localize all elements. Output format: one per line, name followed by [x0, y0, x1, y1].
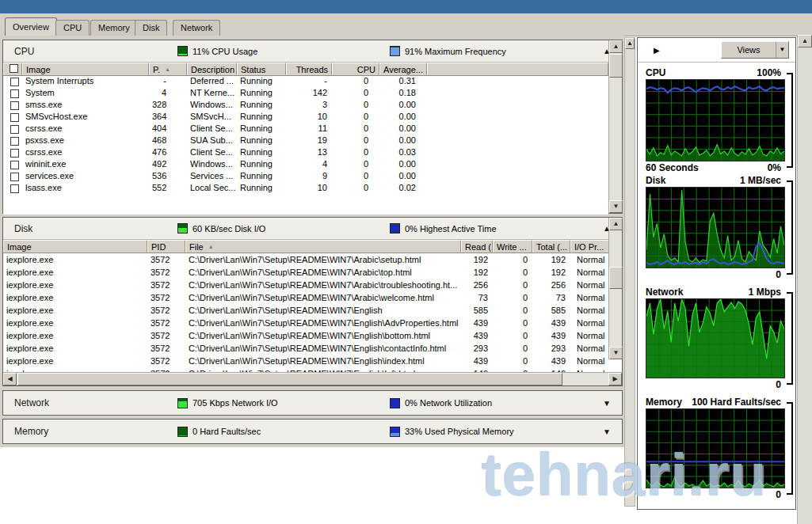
cpu-table-row[interactable]: services.exe 536 Services ... Running 9 … [3, 171, 608, 183]
chart-pane-toolbar: ▶ Views ▼ [638, 38, 795, 63]
network-section: Network 705 Kbps Network I/O 0% Network … [2, 390, 623, 416]
network-chart-max-label: 1 Mbps [749, 287, 781, 298]
row-checkbox[interactable] [10, 113, 19, 122]
title-bar [0, 0, 812, 13]
disk-section: Disk 60 KB/sec Disk I/O 0% Highest Activ… [2, 217, 623, 386]
network-util-icon [390, 398, 400, 408]
disk-table-row[interactable]: iexplore.exe 3572 C:\Driver\Lan\Win7\Set… [3, 329, 608, 342]
memory-chart-max-label: 100 Hard Faults/sec [692, 397, 781, 408]
scroll-up-icon[interactable]: ▲ [625, 38, 635, 49]
watermark: tehnari.ru [482, 440, 768, 509]
disk-col-total[interactable]: Total (... [532, 240, 570, 253]
row-checkbox[interactable] [10, 78, 19, 86]
row-checkbox[interactable] [10, 89, 19, 98]
cpu-section-header: CPU 11% CPU Usage 91% Maximum Frequency … [3, 40, 622, 63]
memory-chart-title: Memory [646, 397, 682, 408]
scroll-up-icon[interactable]: ▲ [609, 40, 623, 53]
views-button[interactable]: Views ▼ [721, 41, 789, 59]
cpu-col-image[interactable]: Image [22, 63, 149, 75]
tab-network[interactable]: Network [173, 20, 220, 36]
row-checkbox[interactable] [10, 161, 19, 169]
row-checkbox[interactable] [10, 184, 19, 193]
cpu-table-row[interactable]: smss.exe 328 Windows... Running 3 0 0.00 [3, 100, 608, 112]
network-chart-block: Network 1 Mbps 0 [638, 286, 795, 391]
disk-table-row[interactable]: iexplore.exe 3572 C:\Driver\Lan\Win7\Set… [3, 342, 608, 355]
network-chart-title: Network [646, 287, 683, 298]
disk-table-row[interactable]: iexplore.exe 3572 C:\Driver\Lan\Win7\Set… [3, 304, 608, 317]
scroll-down-icon[interactable]: ▼ [609, 347, 623, 359]
disk-table-row[interactable]: iexplore.exe 3572 C:\Driver\Lan\Win7\Set… [3, 291, 608, 304]
disk-horizontal-scrollbar[interactable]: ◀ ▶ [3, 372, 622, 385]
disk-io-stat: 60 KB/sec Disk I/O [177, 223, 265, 234]
memory-used-stat: 33% Used Physical Memory [390, 427, 514, 437]
disk-chart-max-label: 1 MB/sec [740, 175, 781, 186]
disk-col-read[interactable]: Read (... [461, 240, 493, 253]
cpu-usage-icon [177, 46, 188, 56]
disk-col-file[interactable]: File▲ [185, 240, 461, 253]
cpu-header-checkbox[interactable] [3, 63, 22, 75]
row-checkbox[interactable] [10, 125, 19, 134]
scroll-right-icon[interactable]: ▶ [608, 373, 622, 385]
disk-hscroll-thumb[interactable] [17, 373, 562, 385]
disk-table-scrollbar[interactable]: ▲ ▼ [608, 218, 622, 359]
cpu-table-row[interactable]: csrss.exe 404 Client Se... Running 11 0 … [3, 123, 608, 135]
network-expand-icon[interactable]: ▼ [603, 399, 611, 408]
cpu-scroll-thumb[interactable] [609, 54, 623, 78]
disk-graph [646, 187, 785, 268]
cpu-col-threads[interactable]: Threads [286, 63, 332, 75]
disk-col-write[interactable]: Write ... [493, 240, 532, 253]
chevron-down-icon[interactable]: ▼ [776, 42, 788, 58]
tab-overview[interactable]: Overview [5, 17, 57, 36]
cpu-table-row[interactable]: System 4 NT Kerne... Running 142 0 0.18 [3, 88, 608, 100]
scroll-up-icon[interactable]: ▲ [798, 35, 812, 47]
disk-col-image[interactable]: Image [3, 240, 147, 253]
scroll-down-icon[interactable]: ▼ [609, 200, 623, 213]
memory-faults-label: 0 Hard Faults/sec [193, 427, 261, 436]
cpu-chart-xlabel: 60 Seconds [646, 162, 699, 173]
memory-expand-icon[interactable]: ▼ [603, 427, 611, 436]
tab-memory[interactable]: Memory [90, 20, 138, 36]
cpu-table-row[interactable]: System Interrupts - Deferred ... Running… [3, 76, 608, 88]
network-graph [646, 298, 785, 378]
cpu-table-row[interactable]: csrss.exe 476 Client Se... Running 13 0 … [3, 147, 608, 159]
cpu-col-description[interactable]: Description [187, 63, 237, 75]
row-checkbox[interactable] [10, 101, 19, 110]
disk-col-pid[interactable]: PID [147, 240, 185, 253]
scroll-left-icon[interactable]: ◀ [3, 373, 17, 385]
cpu-table-row[interactable]: wininit.exe 492 Windows... Running 4 0 0… [3, 159, 608, 171]
tab-disk[interactable]: Disk [135, 20, 167, 36]
tab-cpu[interactable]: CPU [55, 20, 90, 36]
network-util-label: 0% Network Utilization [405, 398, 492, 408]
disk-col-io[interactable]: I/O Pr... [570, 240, 610, 253]
disk-active-icon [390, 223, 400, 234]
cpu-table-row[interactable]: psxss.exe 468 SUA Sub... Running 19 0 0.… [3, 135, 608, 147]
network-chart-min-label: 0 [776, 379, 781, 390]
network-io-stat: 705 Kbps Network I/O [177, 398, 278, 408]
cpu-col-status[interactable]: Status [237, 63, 286, 75]
disk-io-icon [177, 223, 188, 234]
cpu-col-average[interactable]: Average... [379, 63, 427, 75]
cpu-table-row[interactable]: lsass.exe 552 Local Sec... Running 10 0 … [3, 183, 608, 195]
disk-table-row[interactable]: iexplore.exe 3572 C:\Driver\Lan\Win7\Set… [3, 266, 608, 279]
scroll-up-icon[interactable]: ▲ [609, 218, 623, 230]
row-checkbox[interactable] [10, 149, 19, 158]
network-section-header: Network 705 Kbps Network I/O 0% Network … [3, 391, 622, 415]
middle-scrollbar[interactable]: ▲ [624, 37, 635, 507]
cpu-col-cpu[interactable]: CPU [332, 63, 379, 75]
window-scrollbar[interactable]: ▲ [797, 35, 812, 524]
memory-section-title: Memory [14, 426, 48, 437]
cpu-chart-min-label: 0% [768, 162, 781, 173]
row-checkbox[interactable] [10, 173, 19, 181]
disk-table-row[interactable]: iexplore.exe 3572 C:\Driver\Lan\Win7\Set… [3, 253, 608, 266]
row-checkbox[interactable] [10, 137, 19, 146]
disk-table-row[interactable]: iexplore.exe 3572 C:\Driver\Lan\Win7\Set… [3, 279, 608, 291]
cpu-table-row[interactable]: SMSvcHost.exe 364 SMSvcH... Running 10 0… [3, 112, 608, 123]
sort-asc-icon: ▲ [165, 66, 170, 72]
cpu-table-scrollbar[interactable]: ▲ ▼ [608, 40, 622, 213]
collapse-pane-icon[interactable]: ▶ [654, 46, 660, 55]
disk-table-row[interactable]: iexplore.exe 3572 C:\Driver\Lan\Win7\Set… [3, 355, 608, 367]
cpu-col-pid[interactable]: P.▲ [149, 63, 187, 75]
disk-io-label: 60 KB/sec Disk I/O [193, 224, 265, 234]
disk-table-row[interactable]: iexplore.exe 3572 C:\Driver\Lan\Win7\Set… [3, 317, 608, 329]
disk-scroll-thumb[interactable] [609, 267, 623, 289]
